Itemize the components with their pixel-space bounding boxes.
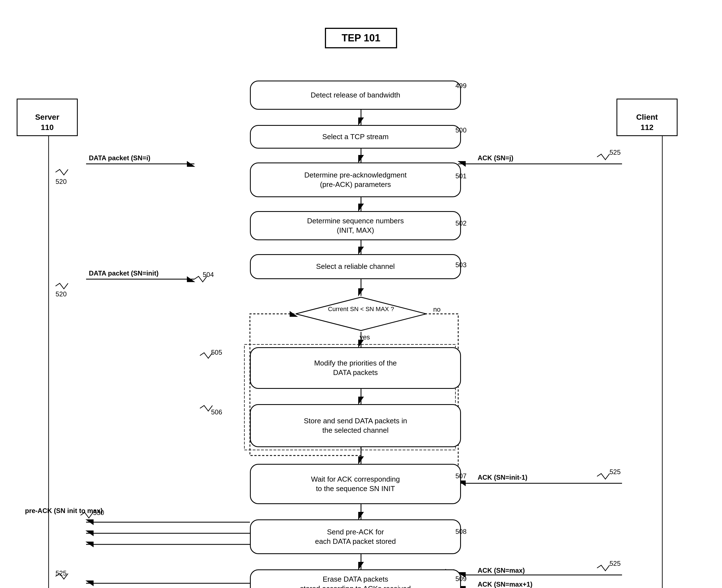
step-505: 505 <box>211 349 222 356</box>
step-500: 500 <box>455 126 467 134</box>
step-501: 501 <box>455 172 467 180</box>
erase-text: Erase DATA packets stored according to A… <box>300 575 411 588</box>
diamond-svg: Current SN < SN MAX ? <box>294 296 428 332</box>
server-box: Server 110 <box>17 99 78 136</box>
select-tcp-box: Select a TCP stream <box>250 125 461 149</box>
title-text: TEP 101 <box>342 32 380 44</box>
diagram-container: TEP 101 Server 110 Client 112 Detect rel… <box>0 0 722 588</box>
step-520b: 520 <box>56 290 67 298</box>
step-504: 504 <box>203 271 214 278</box>
client-box: Client 112 <box>616 99 678 136</box>
server-label: Server 110 <box>35 113 59 131</box>
title-box: TEP 101 <box>325 28 397 48</box>
svg-marker-25 <box>296 297 426 331</box>
ack-init1-label: ACK (SN=init-1) <box>477 474 527 481</box>
step-503: 503 <box>455 261 467 269</box>
step-509: 509 <box>455 575 467 583</box>
ack-j-label: ACK (SN=j) <box>477 154 513 162</box>
determine-preack-text: Determine pre-acknowledgment (pre-ACK) p… <box>304 170 407 189</box>
store-send-text: Store and send DATA packets in the selec… <box>304 416 407 435</box>
yes-label: yes <box>360 333 370 341</box>
svg-text:Current SN < SN MAX ?: Current SN < SN MAX ? <box>328 306 394 313</box>
step-507: 507 <box>455 472 467 480</box>
select-channel-box: Select a reliable channel <box>250 254 461 279</box>
wait-ack-box: Wait for ACK corresponding to the sequen… <box>250 464 461 504</box>
step-525a: 525 <box>610 149 621 156</box>
select-tcp-text: Select a TCP stream <box>322 132 389 142</box>
step-520a: 520 <box>56 178 67 186</box>
wait-ack-text: Wait for ACK corresponding to the sequen… <box>311 475 400 493</box>
step-525b: 525 <box>610 468 621 476</box>
send-preack-text: Send pre-ACK for each DATA packet stored <box>315 527 396 546</box>
data-packet-i-label: DATA packet (SN=i) <box>89 154 150 162</box>
diamond-container: Current SN < SN MAX ? <box>294 296 428 332</box>
client-label: Client 112 <box>636 113 658 131</box>
modify-text: Modify the priorities of the DATA packet… <box>314 359 397 377</box>
step-530: 530 <box>93 509 104 517</box>
step-506: 506 <box>211 408 222 416</box>
ack-max1-label: ACK (SN=max+1) <box>477 581 532 588</box>
store-send-box: Store and send DATA packets in the selec… <box>250 404 461 447</box>
detect-box: Detect release of bandwidth <box>250 81 461 110</box>
step-525c: 525 <box>610 560 621 567</box>
step-499: 499 <box>455 82 467 90</box>
step-502: 502 <box>455 219 467 227</box>
determine-seq-text: Determine sequence numbers (INIT, MAX) <box>307 216 404 235</box>
no-label: no <box>433 306 441 313</box>
send-preack-box: Send pre-ACK for each DATA packet stored <box>250 519 461 554</box>
modify-box: Modify the priorities of the DATA packet… <box>250 347 461 389</box>
step-508: 508 <box>455 528 467 536</box>
determine-preack-box: Determine pre-acknowledgment (pre-ACK) p… <box>250 163 461 197</box>
erase-box: Erase DATA packets stored according to A… <box>250 569 461 588</box>
determine-seq-box: Determine sequence numbers (INIT, MAX) <box>250 211 461 240</box>
detect-text: Detect release of bandwidth <box>311 90 400 100</box>
preack-label: pre-ACK (SN init to max) <box>25 507 103 515</box>
data-packet-init-label: DATA packet (SN=init) <box>89 269 158 277</box>
select-channel-text: Select a reliable channel <box>316 262 395 271</box>
step-525d: 525 <box>56 569 67 577</box>
ack-max-label: ACK (SN=max) <box>477 567 525 574</box>
